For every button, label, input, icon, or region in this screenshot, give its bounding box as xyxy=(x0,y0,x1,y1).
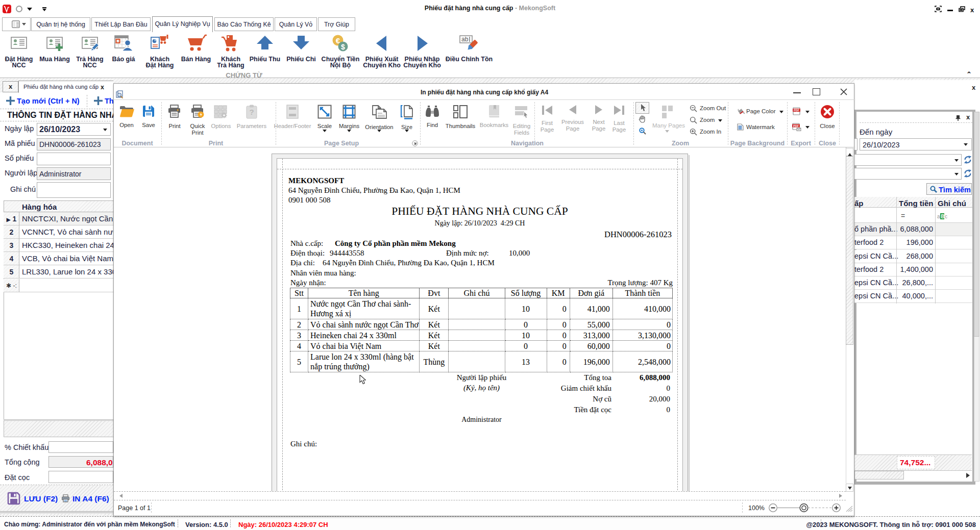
svg-text:ab: ab xyxy=(461,36,469,43)
svg-text:$: $ xyxy=(341,43,345,51)
svg-text:c: c xyxy=(945,214,947,219)
svg-text:PDF: PDF xyxy=(794,109,800,112)
svg-text:B: B xyxy=(941,214,945,219)
svg-text:?: ? xyxy=(249,108,254,116)
svg-text:PDF: PDF xyxy=(793,124,799,128)
svg-text:a: a xyxy=(937,214,940,219)
